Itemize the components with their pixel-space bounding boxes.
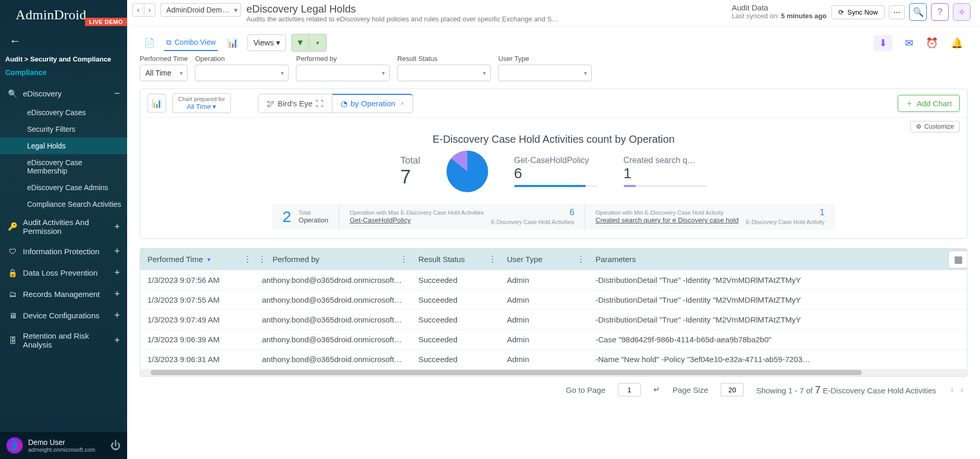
- table-row[interactable]: 1/3/2023 9:06:39 AM anthony.bond@o365dro…: [140, 329, 967, 349]
- sort-desc-icon[interactable]: ▾: [207, 256, 210, 263]
- page-size-input[interactable]: [721, 383, 743, 396]
- sidebar-item-records[interactable]: 🗂 Records Management +: [0, 283, 127, 305]
- expand-icon[interactable]: +: [114, 246, 120, 257]
- summary-total-ops: 2 TotalOperation: [272, 204, 339, 230]
- nav-prev-icon[interactable]: ‹: [133, 4, 144, 16]
- sidebar-item-audit[interactable]: 🔑 Audit Activities And Permission +: [0, 213, 127, 241]
- gear-icon: ⚙: [916, 123, 922, 130]
- collapse-icon[interactable]: −: [114, 88, 120, 99]
- sidebar-item-device[interactable]: 🖥 Device Configurations +: [0, 305, 127, 326]
- table-row[interactable]: 1/3/2023 9:07:56 AM anthony.bond@o365dro…: [140, 270, 967, 290]
- assist-button[interactable]: ✧: [953, 3, 971, 21]
- more-button[interactable]: ⋯: [889, 5, 905, 19]
- shield-icon: 🛡: [7, 247, 18, 256]
- page-next-icon[interactable]: ›: [958, 384, 965, 395]
- table-row[interactable]: 1/3/2023 9:07:55 AM anthony.bond@o365dro…: [140, 290, 967, 309]
- col-performed-time[interactable]: Performed Time▾ ⋮: [140, 249, 255, 270]
- col-result-status[interactable]: Result Status⋮: [411, 249, 500, 270]
- add-chart-button[interactable]: ＋ Add Chart: [898, 95, 960, 112]
- cell-user-type: Admin: [500, 270, 588, 290]
- sidebar-item-dlp[interactable]: 🔒 Data Loss Prevention +: [0, 262, 127, 283]
- col-parameters[interactable]: Parameters: [588, 249, 967, 270]
- sidebar-sub-admins[interactable]: eDiscovery Case Admins: [22, 179, 127, 196]
- cell-user-type: Admin: [500, 350, 588, 369]
- close-icon[interactable]: ×: [401, 100, 405, 107]
- filter-dropdown-button[interactable]: ▾: [309, 34, 327, 52]
- goto-arrow-icon[interactable]: ↵: [653, 385, 660, 394]
- search-button[interactable]: 🔍: [909, 3, 927, 21]
- cell-parameters: -Name "New hold" -Policy "3ef04e10-e32a-…: [588, 350, 967, 369]
- filter-performed-by[interactable]: [296, 65, 390, 81]
- column-menu-icon[interactable]: ⋮: [577, 254, 585, 264]
- breadcrumb: Audit > Security and Compliance: [0, 53, 127, 67]
- help-button[interactable]: ?: [931, 3, 949, 21]
- column-menu-icon[interactable]: ⋮: [258, 254, 266, 264]
- expand-icon[interactable]: ⛶: [316, 99, 324, 108]
- tab-by-operation[interactable]: ◔ by Operation ×: [332, 94, 413, 113]
- power-icon[interactable]: ⏻: [110, 440, 121, 452]
- filter-result-status[interactable]: [397, 65, 491, 81]
- column-menu-icon[interactable]: ⋮: [243, 254, 252, 264]
- column-menu-icon[interactable]: ⋮: [488, 254, 497, 264]
- sync-now-button[interactable]: ⟳ Sync Now: [832, 5, 885, 19]
- filter-performed-time-label: Performed Time: [140, 55, 188, 63]
- table-row[interactable]: 1/3/2023 9:07:49 AM anthony.bond@o365dro…: [140, 309, 967, 329]
- filter-operation[interactable]: [195, 65, 289, 81]
- views-dropdown[interactable]: Views ▾: [247, 34, 286, 51]
- funnel-icon: ▼: [296, 38, 304, 47]
- expand-icon[interactable]: +: [114, 335, 120, 346]
- download-icon[interactable]: ⬇: [874, 35, 892, 51]
- sidebar-item-information-protection[interactable]: 🛡 Information Protection +: [0, 241, 127, 262]
- toolbar: 📄 ⧉ Combo View 📊 Views ▾ ▼ ▾ ⬇ ✉ ⏰ 🔔: [127, 27, 980, 54]
- sidebar-item-ediscovery[interactable]: 🔍 eDiscovery −: [0, 83, 127, 104]
- schedule-icon[interactable]: ⏰: [926, 37, 938, 49]
- filter-button[interactable]: ▼: [291, 34, 309, 52]
- series-label: Get-CaseHoldPolicy: [514, 156, 598, 165]
- data-table: Performed Time▾ ⋮ ⋮ Performed by ⋮ Resul…: [140, 248, 967, 377]
- goto-page-input[interactable]: [618, 383, 641, 396]
- back-arrow-icon[interactable]: ←: [9, 34, 21, 47]
- chart-type-button[interactable]: 📊: [147, 94, 166, 113]
- expand-icon[interactable]: +: [114, 221, 120, 232]
- showing-text: Showing 1 - 7 of 7 E-Discovery Case Hold…: [756, 384, 936, 396]
- sidebar-sub-search-activities[interactable]: Compliance Search Activities: [22, 196, 127, 213]
- sidebar-sub-legal-holds[interactable]: Legal Holds: [0, 138, 127, 154]
- pie-icon: ◔: [341, 99, 348, 108]
- alert-icon[interactable]: 🔔: [951, 37, 963, 49]
- magnifier-icon: 🔍: [913, 7, 924, 18]
- filter-performed-time[interactable]: All Time: [140, 65, 188, 81]
- expand-icon[interactable]: +: [114, 267, 120, 278]
- col-performed-by[interactable]: ⋮ Performed by ⋮: [255, 249, 411, 270]
- lock-icon: 🔒: [7, 268, 18, 278]
- filter-user-type[interactable]: [498, 65, 592, 81]
- column-menu-icon[interactable]: ⋮: [400, 254, 408, 264]
- org-dropdown[interactable]: AdminDroid Dem…: [160, 3, 241, 17]
- sidebar-sub-membership[interactable]: eDiscovery Case Membership: [22, 154, 127, 179]
- min-op-link[interactable]: Created search query for e Discovery cas…: [596, 216, 739, 224]
- tab-birds-eye[interactable]: 🕊 Bird's Eye ⛶: [258, 94, 332, 113]
- sidebar-sub-cases[interactable]: eDiscovery Cases: [22, 104, 127, 121]
- avatar[interactable]: 👤: [6, 437, 23, 454]
- col-user-type[interactable]: User Type⋮: [500, 249, 588, 270]
- expand-icon[interactable]: +: [114, 289, 120, 300]
- chart-mode-icon[interactable]: 📊: [223, 34, 242, 52]
- expand-icon[interactable]: +: [114, 310, 120, 321]
- doc-icon[interactable]: 📄: [140, 34, 159, 52]
- section-compliance[interactable]: Compliance: [0, 67, 127, 83]
- cell-user-type: Admin: [500, 290, 588, 309]
- ediscovery-submenu: eDiscovery Cases Security Filters Legal …: [0, 104, 127, 213]
- sidebar-sub-security-filters[interactable]: Security Filters: [22, 121, 127, 138]
- nav-next-icon[interactable]: ›: [144, 4, 155, 16]
- sidebar-item-retention[interactable]: 🗄 Retention and Risk Analysis +: [0, 326, 127, 354]
- horizontal-scrollbar[interactable]: [140, 369, 967, 376]
- user-name: Demo User: [28, 438, 95, 446]
- table-row[interactable]: 1/3/2023 9:06:31 AM anthony.bond@o365dro…: [140, 349, 967, 369]
- filter-row: Performed Time All Time Operation Perfor…: [127, 54, 980, 89]
- page-prev-icon[interactable]: ‹: [949, 384, 956, 395]
- max-op-link[interactable]: Get-CaseHoldPolicy: [350, 216, 411, 224]
- column-layout-button[interactable]: ▦: [948, 251, 967, 268]
- chart-prepared-for[interactable]: Chart prepared for All Time ▾: [172, 93, 231, 113]
- combo-view-tab[interactable]: ⧉ Combo View: [164, 35, 218, 51]
- mail-icon[interactable]: ✉: [905, 37, 913, 49]
- customize-button[interactable]: ⚙ Customize: [910, 121, 960, 132]
